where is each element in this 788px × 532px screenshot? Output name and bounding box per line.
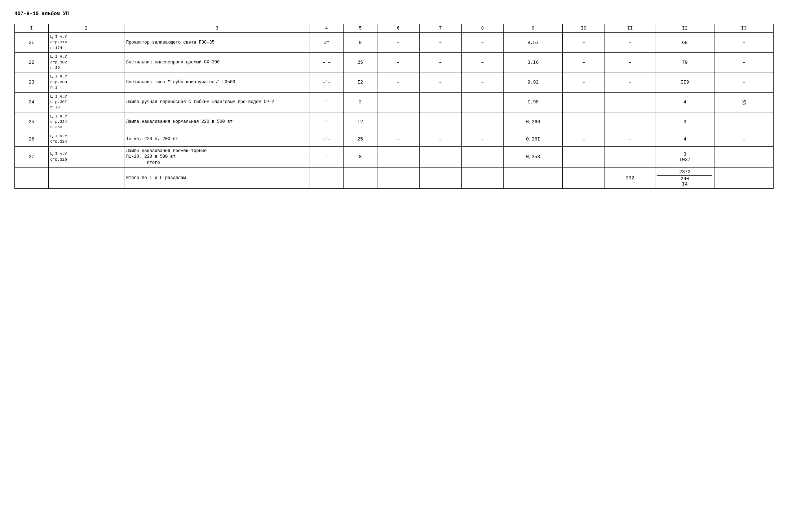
row-unit: –"– xyxy=(310,72,344,92)
summary-col6 xyxy=(377,168,419,189)
row-qty: I2 xyxy=(344,112,377,132)
row-col9: 0,353 xyxy=(504,146,563,167)
table-row: 25 Ц.I ч.Устр.324п.363 Лампа накаливания… xyxy=(15,112,774,132)
col12-main: 3 xyxy=(683,152,686,157)
row-col12: 68 xyxy=(655,33,714,53)
main-table: I 2 3 4 5 6 7 8 9 IO II I2 I3 2I Ц.I ч.У… xyxy=(14,24,774,189)
row-col11: – xyxy=(605,72,655,92)
row-col12: 79 xyxy=(655,53,714,72)
row-num: 23 xyxy=(15,72,49,92)
col-header-12: I2 xyxy=(655,24,714,33)
row-col8: – xyxy=(461,92,504,112)
row-qty: 25 xyxy=(344,132,377,146)
row-col13: – xyxy=(714,132,774,146)
row-col6: – xyxy=(377,146,419,167)
row-ref: Ц.I ч.Устр.300п.I xyxy=(48,72,124,92)
col-header-2: 2 xyxy=(48,24,124,33)
row-col13: – xyxy=(714,72,774,92)
summary-ref xyxy=(48,168,124,189)
row-qty: 8 xyxy=(344,146,377,167)
row-num: 27 xyxy=(15,146,49,167)
row-col13: – xyxy=(714,53,774,72)
row-ref: Ц.I ч.Устр.324 xyxy=(48,132,124,146)
summary-col12: 2372 240 I4 xyxy=(655,168,714,189)
row-qty: 2 xyxy=(344,92,377,112)
col-header-6: 6 xyxy=(377,24,419,33)
row-ref: Ц.I ч.Устр.314п.174 xyxy=(48,33,124,53)
row-col12-combined: 3 I037 xyxy=(655,146,714,167)
row-desc: То же, 220 в, 200 вт xyxy=(124,132,310,146)
row-col13-rotated: 53 xyxy=(714,92,774,112)
summary-qty xyxy=(344,168,377,189)
col-header-3: 3 xyxy=(124,24,310,33)
row-col6: – xyxy=(377,33,419,53)
row-desc: Светильник типа "Глубо-коизлучатель" ГЭ5… xyxy=(124,72,310,92)
row-col13: – xyxy=(714,146,774,167)
row-col6: – xyxy=(377,53,419,72)
table-row: 27 Ц.I ч.Устр.326 Лампы накаливания прож… xyxy=(15,146,774,167)
row-col11: – xyxy=(605,112,655,132)
col-header-1: I xyxy=(15,24,49,33)
row-unit: шт xyxy=(310,33,344,53)
row-num: 2I xyxy=(15,33,49,53)
row-col6: – xyxy=(377,132,419,146)
header-row: I 2 3 4 5 6 7 8 9 IO II I2 I3 xyxy=(15,24,774,33)
table-row: 23 Ц.I ч.Устр.300п.I Светильник типа "Гл… xyxy=(15,72,774,92)
row-unit: –"– xyxy=(310,146,344,167)
row-col8: – xyxy=(461,72,504,92)
row-col7: – xyxy=(419,132,461,146)
row-unit: –"– xyxy=(310,112,344,132)
row-qty: I2 xyxy=(344,72,377,92)
col-header-5: 5 xyxy=(344,24,377,33)
row-desc: Прожектор заливающего света ПЗС-35 xyxy=(124,33,310,53)
row-desc: Лампа накаливания нормальная 220 в 500 в… xyxy=(124,112,310,132)
row-ref: Ц.I ч.Устр.326 xyxy=(48,146,124,167)
col-header-7: 7 xyxy=(419,24,461,33)
row-col9: 9,92 xyxy=(504,72,563,92)
row-col13: – xyxy=(714,112,774,132)
col12-frac-num: 240 xyxy=(681,176,689,182)
row-col9: 0,266 xyxy=(504,112,563,132)
row-ref: Ц.I ч.Устр.324п.363 xyxy=(48,112,124,132)
summary-unit xyxy=(310,168,344,189)
summary-col11: 332 xyxy=(605,168,655,189)
row-col7: – xyxy=(419,112,461,132)
summary-num xyxy=(15,168,49,189)
table-row: 24 Ц.I ч.Устр.30Iп.I6 Лампа ручная перен… xyxy=(15,92,774,112)
row-col10: – xyxy=(563,33,605,53)
row-col10: – xyxy=(563,132,605,146)
row-qty: 25 xyxy=(344,53,377,72)
col-header-11: II xyxy=(605,24,655,33)
row-col10: – xyxy=(563,146,605,167)
row-col8: – xyxy=(461,132,504,146)
col-header-9: 9 xyxy=(504,24,563,33)
row-col13: – xyxy=(714,33,774,53)
row-col12: II9 xyxy=(655,72,714,92)
row-desc: Лампы накаливания прожек-торные ПШ-20, 2… xyxy=(124,146,310,167)
row-unit: –"– xyxy=(310,53,344,72)
col12-sub: I037 xyxy=(679,157,690,162)
row-col12: 4 xyxy=(655,132,714,146)
row-unit: –"– xyxy=(310,92,344,112)
row-col8: – xyxy=(461,33,504,53)
col12-value: 2372 xyxy=(679,169,690,175)
row-qty: 8 xyxy=(344,33,377,53)
row-col8: – xyxy=(461,146,504,167)
row-col7: – xyxy=(419,92,461,112)
row-col11: – xyxy=(605,53,655,72)
row-col9: 0,I6I xyxy=(504,132,563,146)
row-col11: – xyxy=(605,33,655,53)
row-num: 24 xyxy=(15,92,49,112)
row-col8: – xyxy=(461,112,504,132)
row-num: 25 xyxy=(15,112,49,132)
row-num: 26 xyxy=(15,132,49,146)
row-col9: I,98 xyxy=(504,92,563,112)
row-col9: 8,5I xyxy=(504,33,563,53)
row-col11: – xyxy=(605,146,655,167)
col-header-13: I3 xyxy=(714,24,774,33)
table-row: 22 Ц.I ч.Устр.302п.35 Светильник пыленеп… xyxy=(15,53,774,72)
row-col7: – xyxy=(419,72,461,92)
row-col8: – xyxy=(461,53,504,72)
summary-col13 xyxy=(714,168,774,189)
row-unit: –"– xyxy=(310,132,344,146)
